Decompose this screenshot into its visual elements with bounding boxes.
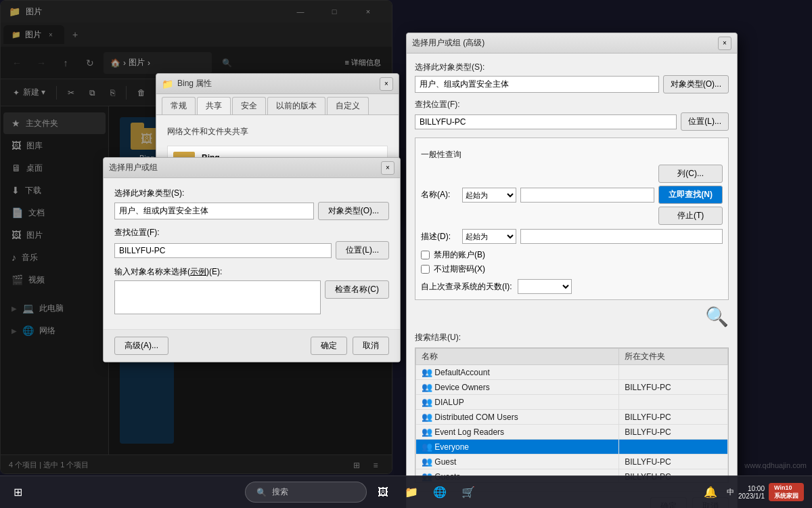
disabled-checkbox[interactable] xyxy=(421,251,430,259)
noexpire-checkbox[interactable] xyxy=(421,265,430,274)
name-input[interactable] xyxy=(520,188,654,203)
taskbar-search[interactable]: 🔍 搜索 xyxy=(245,482,367,503)
noexpire-label: 不过期密码(X) xyxy=(434,263,485,275)
date: 2023/1/1 xyxy=(738,492,765,500)
taskbar-left: ⊞ xyxy=(0,480,35,505)
tab-share[interactable]: 共享 xyxy=(197,97,231,114)
adv-content: 选择此对象类型(S): 用户、组或内置安全主体 对象类型(O)... 查找位置(… xyxy=(407,54,737,491)
table-row[interactable]: 👥 Guest BILLYFU-PC xyxy=(416,454,728,469)
adv-title-text: 选择用户或组 (高级) xyxy=(412,37,484,49)
adv-titlebar: 选择用户或组 (高级) × xyxy=(407,33,737,54)
simple-ok-btn[interactable]: 确定 xyxy=(311,337,347,355)
taskbar-right: 🔔 中 10:00 2023/1/1 Win10系统家园 xyxy=(690,480,812,505)
dialog-simple-select: 选择用户或组 × 选择此对象类型(S): 用户、组或内置安全主体 对象类型(O)… xyxy=(103,157,401,362)
desc-row: 描述(D): 起始为 xyxy=(421,229,723,244)
table-row[interactable]: 👥 Event Log Readers BILLYFU-PC xyxy=(416,425,728,440)
results-label: 搜索结果(U): xyxy=(415,332,729,343)
enter-input[interactable] xyxy=(114,280,321,314)
type-row: 用户、组或内置安全主体 对象类型(O)... xyxy=(114,202,389,220)
ime-indicator[interactable]: 中 xyxy=(727,487,734,497)
adv-type-label: 选择此对象类型(S): xyxy=(415,62,729,73)
noexpire-checkbox-row: 不过期密码(X) xyxy=(421,263,723,275)
simple-select-content: 选择此对象类型(S): 用户、组或内置安全主体 对象类型(O)... 查找位置(… xyxy=(104,178,400,329)
adv-location-label: 查找位置(F): xyxy=(415,99,729,110)
type-label: 选择此对象类型(S): xyxy=(114,188,389,199)
result-user-icon: 👥 xyxy=(422,412,432,422)
result-user-icon: 👥 xyxy=(422,457,432,467)
desc-condition-select[interactable]: 起始为 xyxy=(462,229,516,244)
simple-select-close[interactable]: × xyxy=(381,161,394,175)
adv-location-value: BILLYFU-PC xyxy=(415,114,677,129)
notification-icon[interactable]: 🔔 xyxy=(698,480,723,505)
simple-select-footer: 高级(A)... 确定 取消 xyxy=(104,329,400,362)
simple-select-title: 选择用户或组 xyxy=(109,162,158,173)
clock: 10:00 2023/1/1 xyxy=(738,485,765,500)
name-label: 名称(A): xyxy=(421,189,458,200)
name-row: 名称(A): 起始为 列(C)... 立即查找(N) 停止(T) xyxy=(421,165,723,225)
desc-label: 描述(D): xyxy=(421,231,458,242)
name-condition-select[interactable]: 起始为 xyxy=(462,188,516,203)
bing-dialog-tabs: 常规 共享 安全 以前的版本 自定义 xyxy=(156,94,399,115)
taskbar-photo-icon[interactable]: 🖼 xyxy=(371,480,395,505)
search-results-area[interactable]: 名称 所在文件夹 👥 DefaultAccount 👥 Device Owner… xyxy=(415,347,729,483)
result-user-icon: 👥 xyxy=(422,397,432,407)
advanced-btn[interactable]: 高级(A)... xyxy=(114,337,168,355)
result-user-icon: 👥 xyxy=(422,367,432,377)
type-value: 用户、组或内置安全主体 xyxy=(114,203,314,219)
time: 10:00 xyxy=(738,485,765,492)
disabled-checkbox-row: 禁用的账户(B) xyxy=(421,249,723,261)
table-row[interactable]: 👥 DIALUP xyxy=(416,395,728,410)
taskbar-browser-icon[interactable]: 🌐 xyxy=(428,480,452,505)
enter-row: 检查名称(C) xyxy=(114,280,389,314)
general-query-header: 一般性查询 xyxy=(421,149,723,161)
simple-cancel-btn[interactable]: 取消 xyxy=(353,337,389,355)
simple-select-titlebar: 选择用户或组 × xyxy=(104,158,400,178)
days-row: 自上次查录系统的天数(I): xyxy=(421,279,723,294)
type-section: 选择此对象类型(S): 用户、组或内置安全主体 对象类型(O)... xyxy=(114,188,389,220)
result-user-icon: 👥 xyxy=(422,427,432,437)
tab-custom[interactable]: 自定义 xyxy=(327,97,369,114)
list-btn[interactable]: 列(C)... xyxy=(658,165,723,183)
result-user-icon: 👥 xyxy=(422,442,432,452)
adv-type-btn[interactable]: 对象类型(O)... xyxy=(663,75,729,93)
example-link[interactable]: 示例 xyxy=(190,267,206,276)
col-folder-header: 所在文件夹 xyxy=(619,349,728,365)
adv-action-buttons: 列(C)... 立即查找(N) 停止(T) xyxy=(658,165,723,225)
search-results-table: 名称 所在文件夹 👥 DefaultAccount 👥 Device Owner… xyxy=(415,348,728,483)
table-row[interactable]: 👥 Distributed COM Users BILLYFU-PC xyxy=(416,410,728,425)
table-row[interactable]: 👥 DefaultAccount xyxy=(416,365,728,380)
find-now-btn[interactable]: 立即查找(N) xyxy=(658,186,723,204)
start-button[interactable]: ⊞ xyxy=(5,480,30,505)
tab-security[interactable]: 安全 xyxy=(232,97,266,114)
location-section: 查找位置(F): BILLYFU-PC 位置(L)... xyxy=(114,227,389,259)
taskbar: ⊞ 🔍 搜索 🖼 📁 🌐 🛒 🔔 中 10:00 2023/1/1 Win10系… xyxy=(0,475,812,508)
taskbar-explorer-icon[interactable]: 📁 xyxy=(399,480,424,505)
result-user-icon: 👥 xyxy=(422,382,432,392)
enter-section: 输入对象名称来选择(示例)(E): 检查名称(C) xyxy=(114,266,389,314)
table-row[interactable]: 👥 Device Owners BILLYFU-PC xyxy=(416,380,728,395)
type-btn[interactable]: 对象类型(O)... xyxy=(318,202,389,220)
bing-dialog-close[interactable]: × xyxy=(380,77,393,91)
location-label: 查找位置(F): xyxy=(114,227,389,238)
adv-location-row: BILLYFU-PC 位置(L)... xyxy=(415,112,729,131)
table-row[interactable]: 👥 Everyone xyxy=(416,440,728,454)
location-btn[interactable]: 位置(L)... xyxy=(336,241,389,259)
tab-previous[interactable]: 以前的版本 xyxy=(267,97,325,114)
adv-close-btn[interactable]: × xyxy=(718,37,731,50)
check-name-btn[interactable]: 检查名称(C) xyxy=(325,280,389,299)
location-value: BILLYFU-PC xyxy=(114,243,332,258)
days-label: 自上次查录系统的天数(I): xyxy=(421,281,512,293)
stop-btn[interactable]: 停止(T) xyxy=(658,207,723,225)
location-row: BILLYFU-PC 位置(L)... xyxy=(114,241,389,259)
dialog-advanced-select: 选择用户或组 (高级) × 选择此对象类型(S): 用户、组或内置安全主体 对象… xyxy=(406,33,738,508)
general-query-section: 一般性查询 名称(A): 起始为 列(C)... 立即查找(N) 停止(T) 描… xyxy=(415,137,729,300)
search-icon: 🔍 xyxy=(256,488,267,497)
tab-general[interactable]: 常规 xyxy=(162,97,196,114)
days-select[interactable] xyxy=(518,279,572,294)
desc-input[interactable] xyxy=(520,229,723,244)
taskbar-store-icon[interactable]: 🛒 xyxy=(456,480,480,505)
bing-dialog-titlebar: 📁 Bing 属性 × xyxy=(156,74,399,94)
adv-location-btn[interactable]: 位置(L)... xyxy=(681,112,729,131)
taskbar-center: 🔍 搜索 🖼 📁 🌐 🛒 xyxy=(35,480,690,505)
win10-badge[interactable]: Win10系统家园 xyxy=(769,483,804,501)
